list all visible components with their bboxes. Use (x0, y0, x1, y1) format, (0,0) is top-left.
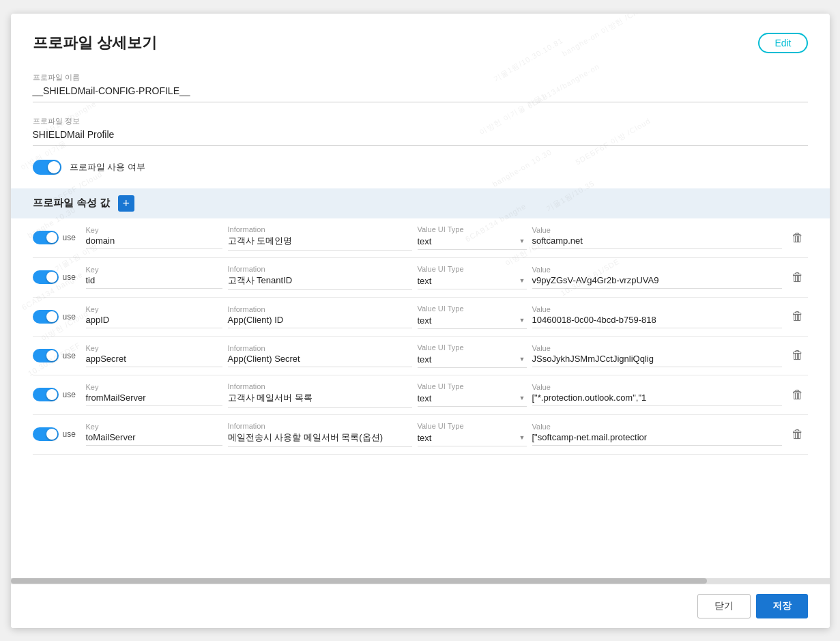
info-value-5: 메일전송시 사용할 메일서버 목록(옵션) (228, 431, 412, 447)
attr-value-col-3: Value JSsoJykhJSMmJCctJignliQqlig (532, 344, 782, 367)
delete-attribute-button-2[interactable]: 🗑 (792, 309, 804, 324)
value-label-2: Value (532, 305, 782, 313)
profile-name-value: __SHIELDMail-CONFIG-PROFILE__ (33, 85, 808, 102)
attributes-section-title: 프로파일 속성 값 (33, 197, 110, 210)
key-label-3: Key (86, 344, 222, 352)
info-label-5: Information (228, 422, 412, 430)
attr-type-col-0: Value UI Type textpasswordcheckboxselect (418, 225, 527, 250)
attr-use-label-1: use (63, 272, 76, 282)
key-value-2: appID (86, 315, 222, 328)
modal-container: banghe-on 이방헌 /Clo 기울1됨/10.30.10.81 6CAB… (11, 14, 830, 628)
info-label-4: Information (228, 382, 412, 390)
key-label-0: Key (86, 226, 222, 234)
attr-info-col-4: Information 고객사 메일서버 목록 (228, 382, 412, 408)
attr-delete-col-1: 🗑 (787, 270, 808, 285)
attr-type-col-5: Value UI Type textpasswordcheckboxselect (418, 422, 527, 446)
attr-toggle-col: use (33, 349, 81, 362)
value-value-1: v9pyZGsV-AVg4Gr2b-vrzpUVA9 (532, 275, 782, 289)
value-value-5: ["softcamp-net.mail.protectior (532, 432, 782, 446)
profile-info-group: 프로파일 정보 SHIELDMail Profile (11, 108, 830, 152)
info-value-1: 고객사 TenantID (228, 274, 412, 290)
value-label-4: Value (532, 383, 782, 391)
attribute-row: use Key fromMailServer Information 고객사 메… (33, 375, 808, 415)
attr-toggle-col: use (33, 388, 81, 401)
edit-button[interactable]: Edit (758, 33, 807, 53)
type-select-wrapper-1: textpasswordcheckboxselect (418, 274, 527, 289)
type-select-wrapper-2: textpasswordcheckboxselect (418, 314, 527, 329)
attribute-row: use Key appSecret Information App(Client… (33, 337, 808, 375)
info-label-1: Information (228, 265, 412, 273)
attr-key-col-2: Key appID (86, 305, 222, 328)
type-select-0[interactable]: textpasswordcheckboxselect (418, 235, 527, 250)
delete-attribute-button-1[interactable]: 🗑 (792, 270, 804, 285)
attr-delete-col-4: 🗑 (787, 388, 808, 402)
key-value-3: appSecret (86, 354, 222, 367)
key-label-1: Key (86, 266, 222, 274)
attr-use-label-3: use (63, 351, 76, 360)
value-value-4: ["*.protection.outlook.com","1 (532, 393, 782, 406)
attr-use-toggle-4[interactable] (33, 388, 59, 401)
type-select-3[interactable]: textpasswordcheckboxselect (418, 353, 527, 368)
attribute-row: use Key appID Information App(Client) ID… (33, 298, 808, 337)
add-attribute-button[interactable]: + (118, 195, 134, 212)
scrollbar-track[interactable] (11, 578, 830, 584)
cancel-button[interactable]: 닫기 (697, 594, 751, 618)
attr-info-col-3: Information App(Client) Secret (228, 344, 412, 367)
attr-delete-col-0: 🗑 (787, 231, 808, 245)
attr-type-col-1: Value UI Type textpasswordcheckboxselect (418, 265, 527, 289)
value-label-3: Value (532, 344, 782, 352)
attribute-row: use Key tid Information 고객사 TenantID Val… (33, 258, 808, 298)
info-value-3: App(Client) Secret (228, 354, 412, 367)
attr-use-toggle-1[interactable] (33, 270, 59, 284)
type-select-1[interactable]: textpasswordcheckboxselect (418, 274, 527, 289)
type-select-wrapper-0: textpasswordcheckboxselect (418, 235, 527, 250)
attr-use-toggle-3[interactable] (33, 349, 59, 362)
attr-use-label-5: use (63, 429, 76, 439)
profile-use-row: 프로파일 사용 여부 (11, 152, 830, 183)
type-label-5: Value UI Type (418, 422, 527, 430)
attr-delete-col-5: 🗑 (787, 427, 808, 442)
delete-attribute-button-3[interactable]: 🗑 (792, 348, 804, 362)
type-select-wrapper-4: textpasswordcheckboxselect (418, 392, 527, 407)
scrollbar-thumb[interactable] (11, 578, 707, 584)
key-value-5: toMailServer (86, 432, 222, 446)
profile-name-group: 프로파일 이름 __SHIELDMail-CONFIG-PROFILE__ (11, 64, 830, 108)
type-select-4[interactable]: textpasswordcheckboxselect (418, 392, 527, 407)
attr-toggle-col: use (33, 310, 81, 324)
attr-use-toggle-5[interactable] (33, 427, 59, 441)
attr-use-toggle-2[interactable] (33, 310, 59, 324)
type-select-2[interactable]: textpasswordcheckboxselect (418, 314, 527, 329)
attr-type-col-3: Value UI Type textpasswordcheckboxselect (418, 343, 527, 368)
value-value-0: softcamp.net (532, 236, 782, 249)
attribute-row: use Key domain Information 고객사 도메인명 Valu… (33, 218, 808, 258)
info-label-0: Information (228, 225, 412, 233)
attr-key-col-5: Key toMailServer (86, 423, 222, 446)
type-label-3: Value UI Type (418, 343, 527, 352)
save-button[interactable]: 저장 (756, 594, 808, 618)
key-label-4: Key (86, 383, 222, 391)
attr-key-col-1: Key tid (86, 266, 222, 289)
attr-use-toggle-0[interactable] (33, 231, 59, 244)
profile-use-toggle[interactable] (33, 160, 61, 175)
info-value-4: 고객사 메일서버 목록 (228, 392, 412, 408)
attr-value-col-5: Value ["softcamp-net.mail.protectior (532, 423, 782, 446)
attr-value-col-1: Value v9pyZGsV-AVg4Gr2b-vrzpUVA9 (532, 266, 782, 289)
profile-name-label: 프로파일 이름 (33, 72, 808, 83)
attr-toggle-col: use (33, 270, 81, 284)
value-value-3: JSsoJykhJSMmJCctJignliQqlig (532, 354, 782, 367)
type-label-4: Value UI Type (418, 382, 527, 390)
attr-use-label-2: use (63, 312, 76, 322)
delete-attribute-button-0[interactable]: 🗑 (792, 231, 804, 245)
delete-attribute-button-5[interactable]: 🗑 (792, 427, 804, 442)
modal-footer: 닫기 저장 (11, 584, 830, 628)
modal-header: 프로파일 상세보기 Edit (11, 14, 830, 64)
delete-attribute-button-4[interactable]: 🗑 (792, 388, 804, 402)
type-select-5[interactable]: textpasswordcheckboxselect (418, 431, 527, 446)
type-label-1: Value UI Type (418, 265, 527, 273)
info-label-2: Information (228, 305, 412, 313)
attr-value-col-0: Value softcamp.net (532, 226, 782, 249)
attr-use-label-4: use (63, 390, 76, 399)
value-label-5: Value (532, 423, 782, 431)
profile-info-value: SHIELDMail Profile (33, 129, 808, 146)
info-value-0: 고객사 도메인명 (228, 235, 412, 251)
